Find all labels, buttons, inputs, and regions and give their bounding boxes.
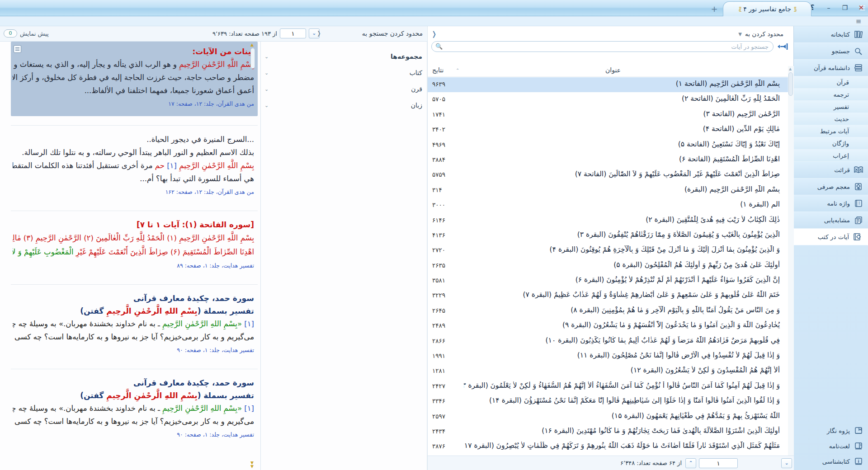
result-row[interactable]: ۳۳۴۶وَ إِذٰا لَقُوا الَّذِينَ آمَنُوا قٰ… <box>428 394 788 409</box>
sidebar-item-ketabkhaneh[interactable]: کتابخانه <box>794 26 868 43</box>
source-reference-link[interactable]: تفسیر هدایت، جلد: ۱، صفحه: ۹۰ <box>13 346 254 354</box>
tab-title: جامع تفاسیر نور ۴ <box>743 5 791 13</box>
new-tab-button[interactable]: + <box>710 5 719 14</box>
content-block[interactable]: سورة حمد، چکیدهٔ معارف قرآنیتفسیر بسملة … <box>11 369 258 444</box>
filter-collapse-icon[interactable]: ❭ <box>316 30 321 37</box>
content-block[interactable]: سورة حمد، چکیدهٔ معارف قرآنیتفسیر بسملة … <box>11 284 258 360</box>
sort-ascending-icon[interactable]: ⌃ <box>456 68 459 73</box>
filter-row-1[interactable]: ⌄کتاب <box>261 66 427 80</box>
close-button[interactable]: ✕ <box>856 3 866 13</box>
result-row[interactable]: ۲۵۹۷اللّٰهُ يَسْتَهْزِئُ بِهِمْ وَ يَمُد… <box>428 409 788 424</box>
sidebar-item-moajam-sarfi[interactable]: معجم صرفی <box>794 179 868 195</box>
column-header-title[interactable]: عنوان <box>581 66 645 74</box>
content-block[interactable]: ...السرج المنيرة في ديجور الحياة..بذلك ا… <box>11 125 258 202</box>
sidebar-item-quran[interactable]: قرآن <box>794 76 868 89</box>
sidebar-item-tarjomeh[interactable]: ترجمه <box>794 89 868 101</box>
source-reference-link[interactable]: تفسیر هدایت، جلد: ۱، صفحه: ۹۰ <box>13 431 254 439</box>
sidebar-item-vazhegan[interactable]: واژگان <box>794 137 868 150</box>
results-scrollbar[interactable]: ▲ <box>788 66 794 456</box>
maximize-button[interactable]: ❐ <box>840 3 850 13</box>
content-scrollbar-thumb[interactable] <box>250 48 255 69</box>
result-row[interactable]: ۶۱۴۶ذٰلِكَ الْكِتٰابُ لاٰ رَيْبَ فِيهِ ه… <box>428 213 788 228</box>
source-reference-link[interactable]: تفسیر هدایت، جلد: ۱، صفحه: ۸۹ <box>13 262 254 270</box>
content-panel: بينات من الآيات:بِسْمِ اللَّهِ الرَّحْمٰ… <box>0 42 260 470</box>
sidebar-item-pazhooh-negar[interactable]: پژوه نگار <box>793 423 868 438</box>
result-row[interactable]: ۲۶۴۵وَ مِنَ النّٰاسِ مَنْ يَقُولُ آمَنّٰ… <box>428 304 788 319</box>
result-row[interactable]: ۲۷۲۰وَ الَّذِينَ يُؤْمِنُونَ بِمٰا أُنْز… <box>428 243 788 258</box>
sidebar-item-vazhe-nameh[interactable]: آواژه نامه <box>794 195 868 212</box>
sidebar-item-ayat-mortabet[interactable]: آیات مرتبط <box>794 125 868 137</box>
source-reference-link[interactable]: من هدى القرآن، جلد: ۱۲، صفحه: ۱۷ <box>13 100 254 108</box>
verse-search-input[interactable] <box>443 42 769 51</box>
sidebar-item-label: معجم صرفی <box>817 183 850 190</box>
minimize-button[interactable]: – <box>824 3 834 13</box>
text-segment: تفسیر بسملة ( <box>198 306 254 315</box>
block-text-line: [۱] «بِسْمِ اللهِ الرَّحْمٰنِ الرَّحِيمِ… <box>13 402 254 415</box>
result-row[interactable]: ۴۱۳۶الَّذِينَ يُؤْمِنُونَ بِالْغَيْبِ وَ… <box>428 228 788 243</box>
scroll-up-icon[interactable]: ▲ <box>789 67 792 71</box>
results-page-up-button[interactable]: ⌃ <box>685 458 696 468</box>
content-block[interactable]: [سوره الفاتحة (۱): آیات ۱ تا ۷]بِسْمِ ال… <box>11 211 258 275</box>
source-reference-link[interactable]: من هدى القرآن، جلد: ۱۲، صفحه: ۱۶۲ <box>13 188 254 196</box>
sidebar-item-label: لغت‌نامه <box>829 442 850 450</box>
laurel-decoration-icon: ⟆⟆ <box>739 6 741 12</box>
result-row[interactable]: ۲۴۸۹يُخٰادِعُونَ اللّٰهَ وَ الَّذِينَ آم… <box>428 319 788 334</box>
filter-row-2[interactable]: ⌄قرن <box>261 82 427 96</box>
text-segment: «بِسْمِ اللهِ الرَّحْمٰنِ الرَّحِيمِ <box>162 320 242 328</box>
result-row[interactable]: ۲۶۳۵أُولٰئِكَ عَلىٰ هُدىً مِنْ رَبِّهِمْ… <box>428 258 788 273</box>
block-title: بينات من الآيات: <box>13 45 254 58</box>
hamburger-menu-icon[interactable]: ≡ <box>854 18 863 25</box>
column-header-results[interactable]: نتایج <box>432 66 443 74</box>
sidebar-item-qiraat[interactable]: قرائت <box>794 162 868 179</box>
sidebar-item-daneshnameh[interactable]: دانشنامه قرآن <box>794 60 868 76</box>
results-scrollbar-thumb[interactable] <box>788 72 793 96</box>
preview-toggle[interactable]: 0 <box>4 29 17 38</box>
content-scrollbar[interactable]: ▲ ▼▼ <box>250 42 256 469</box>
result-row[interactable]: ۵۷۰۵الْحَمْدُ لِلَّهِ رَبِّ الْعٰالَمِين… <box>428 92 788 107</box>
result-row[interactable]: ۱۹۹۱وَ إِذٰا قِيلَ لَهُمْ لاٰ تُفْسِدُوا… <box>428 349 788 364</box>
text-segment: گفتن) <box>80 391 106 400</box>
result-row[interactable]: ۹۶۳۹بِسْمِ اللَّهِ الرَّحْمٰنِ الرَّحِيم… <box>428 77 788 92</box>
result-row[interactable]: ۱۷۴۱الرَّحْمٰنِ الرَّحِيمِ (الفاتحة ۳) <box>428 108 788 122</box>
sidebar-item-moshabeh-yabi[interactable]: مشابه‌یابی <box>794 212 868 229</box>
result-verse-title: اللّٰهُ يَسْتَهْزِئُ بِهِمْ وَ يَمُدُّهُ… <box>464 412 780 420</box>
block-text-line: مضطر و صاحب حاجة، حيث غرزت الحاجة إليه ف… <box>13 71 254 84</box>
document-tab[interactable]: ⟅⟅ جامع تفاسیر نور ۴ ⟆⟆ <box>723 1 811 16</box>
sidebar-item-label: قرائت <box>834 166 850 174</box>
sidebar-item-hadith[interactable]: حدیث <box>794 113 868 125</box>
sidebar-item-erab[interactable]: إعراب <box>794 150 868 162</box>
sidebar-item-loghat-nameh[interactable]: لغت‌نامه <box>793 438 868 454</box>
result-row[interactable]: ۳۱۴بِسْمِ اللَّهِ الرَّحْمٰنِ الرَّحِيمِ… <box>428 183 788 198</box>
result-row[interactable]: ۲۸۶۶فِي قُلُوبِهِمْ مَرَضٌ فَزٰادَهُمُ ا… <box>428 334 788 349</box>
sidebar-item-tafsir[interactable]: تفسیر <box>794 101 868 113</box>
result-row[interactable]: ۳۴۰۲مٰالِكِ يَوْمِ الدِّينِ (الفاتحة ۴) <box>428 122 788 137</box>
sidebar-item-ayat-dar-kotob[interactable]: آیات در کتب <box>794 229 868 245</box>
filter-row-0[interactable]: ⌄مجموعه‌ها <box>261 50 427 63</box>
content-page-input[interactable] <box>280 28 306 38</box>
scroll-up-icon[interactable]: ▲ <box>250 42 254 47</box>
back-chevron-icon[interactable]: ❬ <box>431 30 437 38</box>
result-count: ۴۹۶۹ <box>432 141 445 148</box>
limit-to-label: محدود کردن به <box>745 30 783 38</box>
result-row[interactable]: ۵۷۵۹صِرٰاطَ الَّذِينَ أَنْعَمْتَ عَلَيْه… <box>428 168 788 183</box>
result-row[interactable]: ۳۵۸۱إِنَّ الَّذِينَ كَفَرُوا سَوٰاءٌ عَل… <box>428 273 788 288</box>
sidebar-item-ketabshenasi[interactable]: iکتابشناسی <box>793 454 868 469</box>
result-row[interactable]: ۲۴۲۷وَ إِذٰا قِيلَ لَهُمْ آمِنُوا كَمٰا … <box>428 379 788 394</box>
result-row[interactable]: ۲۴۳۴أُولٰئِكَ الَّذِينَ اشْتَرَوُا الضَّ… <box>428 424 788 439</box>
result-row[interactable]: ۳۸۷۶مَثَلُهُمْ كَمَثَلِ الَّذِي اسْتَوْق… <box>428 439 788 454</box>
result-row[interactable]: ۳۸۸۴اهْدِنَا الصِّرٰاطَ الْمُسْتَقِيمَ (… <box>428 153 788 168</box>
filter-row-3[interactable]: ⌄زبان <box>261 99 427 112</box>
limit-to-dropdown[interactable]: ▼ محدود کردن به <box>738 30 783 38</box>
result-row[interactable]: ۴۹۶۹إِيّٰاكَ نَعْبُدُ وَ إِيّٰاكَ نَسْتَ… <box>428 138 788 153</box>
go-to-result-icon[interactable] <box>777 42 790 51</box>
result-row[interactable]: ۱۲۸۱أَلاٰ إِنَّهُمْ هُمُ الْمُفْسِدُونَ … <box>428 364 788 379</box>
sidebar-item-jostojoo[interactable]: جستجو <box>794 43 868 60</box>
filter-label: قرن <box>411 85 422 93</box>
result-count: ۲۶۳۵ <box>432 262 445 269</box>
result-row[interactable]: ۳۲۲۹خَتَمَ اللّٰهُ عَلىٰ قُلُوبِهِمْ وَ … <box>428 288 788 303</box>
result-row[interactable]: ۳۰۰۰الم (البقرة ۱) <box>428 198 788 213</box>
content-block[interactable]: بينات من الآيات:بِسْمِ اللَّهِ الرَّحْمٰ… <box>11 42 258 116</box>
scroll-down-icon[interactable]: ▼▼ <box>250 461 254 468</box>
results-page-down-button[interactable]: ⌄ <box>781 458 792 468</box>
results-page-input[interactable] <box>699 458 738 468</box>
